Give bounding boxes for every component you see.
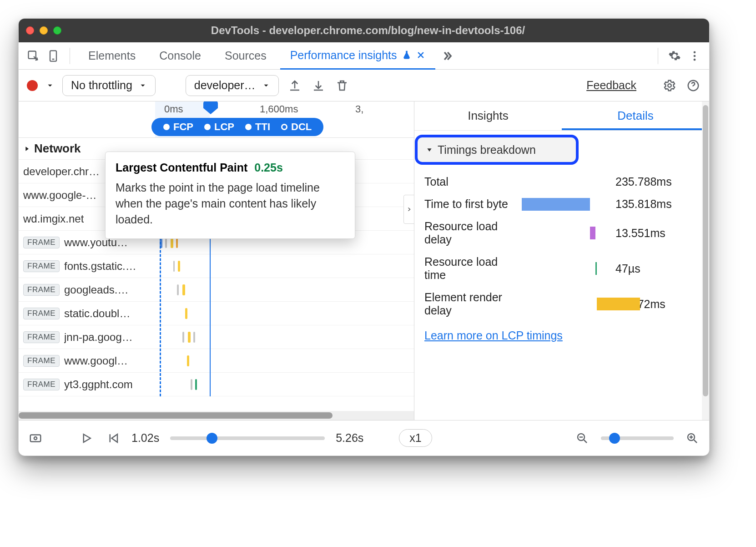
request-marker[interactable]: [173, 261, 175, 272]
request-marker[interactable]: [188, 332, 191, 343]
network-row[interactable]: FRAMEgoogleads.…: [19, 278, 414, 302]
minimize-window-icon[interactable]: [40, 26, 48, 35]
close-icon[interactable]: [416, 51, 425, 60]
tab-performance-insights[interactable]: Performance insights: [280, 42, 435, 70]
timings-breakdown-header[interactable]: Timings breakdown: [417, 137, 576, 162]
titlebar: DevTools - developer.chrome.com/blog/new…: [19, 19, 709, 42]
tooltip-value: 0.25s: [254, 161, 283, 174]
svg-rect-1: [50, 51, 56, 61]
bullet-icon: [204, 124, 211, 130]
tab-label: Console: [159, 49, 201, 62]
export-icon[interactable]: [287, 78, 302, 93]
rewind-icon[interactable]: [105, 431, 121, 446]
feedback-link[interactable]: Feedback: [586, 79, 636, 92]
slider-thumb[interactable]: [207, 433, 217, 444]
tab-details[interactable]: Details: [562, 101, 709, 130]
metric-bar: [597, 298, 640, 310]
vertical-scrollbar[interactable]: [702, 101, 709, 420]
horizontal-scrollbar[interactable]: [19, 411, 414, 420]
toggle-device-icon[interactable]: [45, 48, 61, 64]
gear-icon[interactable]: [666, 48, 683, 64]
network-row[interactable]: FRAMEstatic.doubl…: [19, 302, 414, 325]
throttle-select[interactable]: No throttling: [62, 75, 156, 96]
network-row[interactable]: FRAMEjnn-pa.goog…: [19, 325, 414, 349]
row-track: [155, 325, 414, 349]
request-marker[interactable]: [182, 284, 185, 295]
close-window-icon[interactable]: [26, 26, 34, 35]
record-menu-chevron-icon[interactable]: [46, 81, 54, 90]
host-label: fonts.gstatic.…: [64, 260, 136, 273]
panel-splitter[interactable]: [403, 195, 414, 224]
details-panel: Insights Details Timings breakdown Total…: [414, 101, 709, 420]
disclosure-triangle-icon: [23, 145, 30, 152]
tab-label: Insights: [468, 109, 509, 123]
pill-lcp[interactable]: LCP: [199, 121, 240, 133]
tab-console[interactable]: Console: [149, 42, 211, 70]
request-marker[interactable]: [185, 308, 187, 319]
time-ruler[interactable]: 0ms 1,600ms 3, FCP LCP TTI DCL: [19, 101, 414, 138]
tab-label: Performance insights: [290, 49, 397, 62]
speed-button[interactable]: x1: [399, 429, 432, 447]
timings-metrics: Total 235.788msTime to first byte 135.81…: [414, 169, 709, 322]
request-marker[interactable]: [195, 379, 197, 390]
window-controls: [26, 26, 61, 35]
separator: [70, 48, 70, 64]
inspect-element-icon[interactable]: [25, 48, 41, 64]
maximize-window-icon[interactable]: [53, 26, 61, 35]
play-icon[interactable]: [79, 431, 94, 446]
metric-value: 135.818ms: [615, 198, 672, 211]
help-icon[interactable]: [685, 78, 701, 93]
tab-insights[interactable]: Insights: [414, 101, 562, 130]
scrollbar-thumb[interactable]: [19, 412, 333, 419]
throttle-value: No throttling: [71, 79, 132, 92]
tab-elements[interactable]: Elements: [78, 42, 146, 70]
tab-sources[interactable]: Sources: [215, 42, 277, 70]
pill-label: DCL: [291, 121, 312, 133]
tick-label: 0ms: [164, 103, 183, 115]
timeline-panel: 0ms 1,600ms 3, FCP LCP TTI DCL Network: [19, 101, 414, 420]
chevron-right-icon: [406, 205, 412, 213]
separator: [658, 48, 658, 64]
metric-label: Time to first byte: [424, 198, 515, 211]
import-icon[interactable]: [311, 78, 326, 93]
playback-footer: 1.02s 5.26s x1: [19, 420, 709, 456]
request-marker[interactable]: [191, 379, 192, 390]
pill-tti[interactable]: TTI: [240, 121, 276, 133]
pill-fcp[interactable]: FCP: [158, 121, 199, 133]
metric-label: Resource load delay: [424, 220, 515, 246]
request-marker[interactable]: [193, 332, 195, 343]
scrollbar-thumb[interactable]: [703, 105, 708, 396]
svg-point-5: [668, 84, 671, 87]
playback-end-time: 5.26s: [336, 431, 363, 445]
pill-label: LCP: [214, 121, 234, 133]
metric-label: Resource load time: [424, 255, 515, 282]
screenshot-toggle-icon[interactable]: [28, 431, 43, 446]
zoom-in-icon[interactable]: [685, 431, 700, 446]
network-row[interactable]: FRAMEwww.googl…: [19, 349, 414, 373]
window-title: DevTools - developer.chrome.com/blog/new…: [71, 24, 702, 37]
panel-settings-gear-icon[interactable]: [662, 78, 677, 93]
record-button[interactable]: [27, 80, 38, 91]
request-marker[interactable]: [187, 355, 189, 366]
request-marker[interactable]: [182, 332, 184, 343]
network-row[interactable]: FRAMEyt3.ggpht.com: [19, 373, 414, 396]
network-row[interactable]: FRAMEfonts.gstatic.…: [19, 254, 414, 278]
time-slider[interactable]: [170, 436, 325, 440]
zoom-out-icon[interactable]: [575, 431, 590, 446]
metric-row: Element render delay 86.372ms: [424, 286, 701, 322]
tab-label: Details: [617, 109, 653, 123]
profile-value: developer…: [194, 79, 256, 92]
slider-thumb[interactable]: [609, 433, 620, 444]
request-marker[interactable]: [178, 261, 180, 272]
frame-chip: FRAME: [23, 308, 60, 319]
more-tabs-icon[interactable]: [439, 48, 455, 64]
pill-dcl[interactable]: DCL: [276, 121, 317, 133]
zoom-slider[interactable]: [601, 436, 674, 440]
timing-pills: FCP LCP TTI DCL: [151, 118, 323, 136]
delete-icon[interactable]: [334, 78, 350, 93]
tooltip-title: Largest Contentful Paint: [116, 161, 247, 174]
profile-select[interactable]: developer…: [186, 75, 279, 96]
learn-more-link[interactable]: Learn more on LCP timings: [414, 322, 709, 349]
kebab-menu-icon[interactable]: [686, 48, 703, 64]
request-marker[interactable]: [177, 284, 179, 295]
